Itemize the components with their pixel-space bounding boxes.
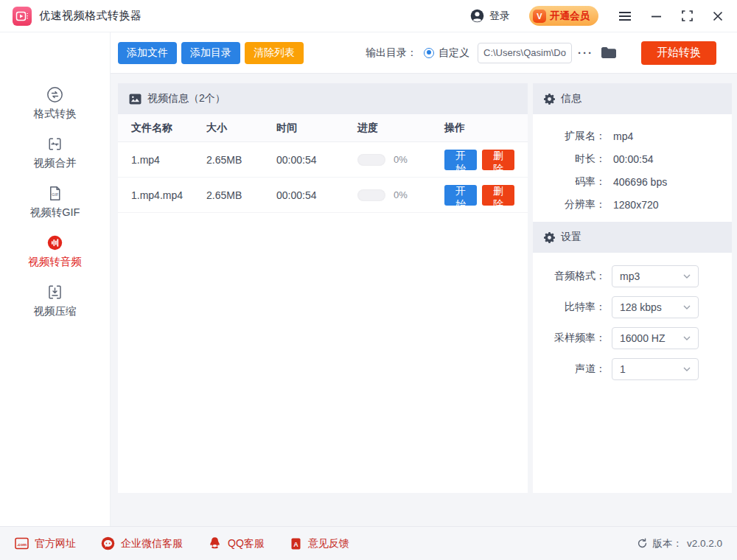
- row-delete-button[interactable]: 删除: [482, 150, 514, 170]
- custom-radio-label: 自定义: [439, 46, 469, 60]
- video-list-header: 视频信息（2个）: [118, 83, 528, 114]
- sidebar-item-label: 视频压缩: [34, 304, 77, 318]
- svg-text:.com: .com: [17, 542, 27, 547]
- main-area: 添加文件 添加目录 清除列表 输出目录： 自定义 ··· 开始转换: [111, 32, 737, 526]
- sidebar-item-video-merge[interactable]: 视频合并: [34, 133, 77, 170]
- titlebar-actions: 登录 V 开通会员: [470, 6, 724, 26]
- window-controls: [618, 10, 724, 23]
- settings-panel-header: 设置: [533, 222, 732, 253]
- wechat-service-link[interactable]: 企业微信客服: [101, 536, 183, 550]
- row-delete-button[interactable]: 删除: [482, 185, 514, 206]
- table-row[interactable]: 1.mp4 2.65MB 00:00:54 0% 开始 删除: [118, 142, 528, 178]
- setting-row: 采样频率： 16000 HZ: [533, 327, 732, 349]
- chevron-down-icon: [683, 274, 691, 279]
- user-icon: [470, 9, 484, 23]
- cell-progress: 0%: [357, 154, 444, 166]
- browse-more-button[interactable]: ···: [578, 46, 593, 59]
- open-vip-button[interactable]: V 开通会员: [529, 6, 598, 26]
- sidebar-item-video-to-audio[interactable]: 视频转音频: [28, 232, 82, 269]
- info-value: 406696 bps: [613, 176, 667, 188]
- col-time: 时间: [276, 122, 357, 135]
- col-progress: 进度: [357, 122, 444, 135]
- col-filename: 文件名称: [131, 122, 206, 135]
- svg-text:A: A: [293, 540, 298, 547]
- info-label: 码率：: [533, 175, 606, 189]
- app-window: 优速视频格式转换器 登录 V 开通会员: [0, 0, 737, 560]
- feedback-link[interactable]: A 意见反馈: [290, 537, 349, 550]
- info-row: 分辨率： 1280x720: [533, 193, 732, 216]
- sample-rate-select[interactable]: 16000 HZ: [612, 327, 699, 349]
- website-icon: .com: [15, 537, 29, 550]
- sidebar-item-label: 视频合并: [34, 156, 77, 170]
- vip-label: 开通会员: [550, 10, 590, 23]
- cell-size: 2.65MB: [206, 154, 276, 166]
- qq-service-link[interactable]: QQ客服: [208, 536, 265, 550]
- chevron-down-icon: [683, 305, 691, 309]
- vip-icon: V: [533, 10, 546, 23]
- setting-row: 比特率： 128 kbps: [533, 296, 732, 318]
- maximize-icon[interactable]: [680, 10, 694, 23]
- toolbar: 添加文件 添加目录 清除列表 输出目录： 自定义 ··· 开始转换: [111, 32, 737, 74]
- cell-filename: 1.mp4: [131, 154, 206, 166]
- add-file-button[interactable]: 添加文件: [118, 42, 177, 64]
- progress-percent: 0%: [394, 189, 408, 200]
- setting-label: 比特率：: [533, 301, 606, 314]
- video-merge-icon: [46, 133, 64, 154]
- audio-format-select[interactable]: mp3: [612, 265, 699, 287]
- cell-filename: 1.mp4.mp4: [131, 189, 206, 201]
- app-title: 优速视频格式转换器: [39, 9, 142, 23]
- channels-select[interactable]: 1: [612, 358, 699, 380]
- sidebar-item-video-compress[interactable]: 视频压缩: [34, 281, 77, 318]
- start-convert-button[interactable]: 开始转换: [641, 41, 716, 65]
- format-convert-icon: [46, 84, 64, 105]
- gif-file-icon: GIF: [46, 183, 64, 203]
- select-value: mp3: [620, 270, 640, 282]
- progress-bar: [357, 189, 385, 201]
- sidebar-item-format-convert[interactable]: 格式转换: [34, 84, 77, 121]
- version-label: 版本：: [652, 537, 682, 550]
- chevron-down-icon: [683, 336, 691, 340]
- cell-time: 00:00:54: [276, 154, 357, 166]
- video-list-title: 视频信息（2个）: [147, 92, 226, 105]
- setting-row: 音频格式： mp3: [533, 265, 732, 287]
- gear-icon: [544, 94, 555, 105]
- output-dir-group: 输出目录： 自定义 ··· 开始转换: [366, 41, 716, 65]
- custom-radio[interactable]: [424, 48, 434, 58]
- video-list-panel: 视频信息（2个） 文件名称 大小 时间 进度 操作 1.mp4 2.65MB 0…: [118, 83, 528, 493]
- output-path-input[interactable]: [478, 43, 572, 63]
- close-icon[interactable]: [711, 10, 724, 23]
- progress-percent: 0%: [394, 154, 408, 165]
- row-start-button[interactable]: 开始: [444, 185, 477, 206]
- info-value: 00:00:54: [613, 153, 654, 165]
- bitrate-select[interactable]: 128 kbps: [612, 296, 699, 318]
- clear-list-button[interactable]: 清除列表: [245, 42, 304, 64]
- row-start-button[interactable]: 开始: [444, 150, 477, 170]
- table-column-headers: 文件名称 大小 时间 进度 操作: [118, 114, 528, 142]
- gear-icon: [544, 232, 555, 243]
- right-panel: 信息 扩展名： mp4 时长： 00:00:54 码率：: [533, 83, 732, 493]
- footer-link-label: QQ客服: [228, 537, 265, 550]
- info-value: 1280x720: [613, 199, 659, 211]
- refresh-icon[interactable]: [637, 538, 648, 549]
- col-actions: 操作: [444, 122, 514, 135]
- select-value: 1: [620, 363, 626, 375]
- add-directory-button[interactable]: 添加目录: [181, 42, 240, 64]
- info-rows: 扩展名： mp4 时长： 00:00:54 码率： 406696 bps 分: [533, 114, 732, 222]
- official-website-link[interactable]: .com 官方网址: [15, 537, 76, 550]
- info-row: 扩展名： mp4: [533, 125, 732, 147]
- menu-icon[interactable]: [618, 10, 632, 23]
- settings-rows: 音频格式： mp3 比特率： 128 kbps: [533, 253, 732, 389]
- login-button[interactable]: 登录: [470, 9, 510, 23]
- table-row[interactable]: 1.mp4.mp4 2.65MB 00:00:54 0% 开始 删除: [118, 178, 528, 213]
- sidebar-item-label: 格式转换: [34, 107, 77, 121]
- footer-link-label: 官方网址: [35, 537, 76, 550]
- info-row: 时长： 00:00:54: [533, 147, 732, 170]
- body: 格式转换 视频合并 GIF: [0, 32, 737, 526]
- info-label: 扩展名：: [533, 130, 606, 143]
- qq-icon: [208, 536, 222, 550]
- info-panel-header: 信息: [533, 83, 732, 114]
- sidebar-item-video-to-gif[interactable]: GIF 视频转GIF: [30, 183, 80, 220]
- open-folder-icon[interactable]: [601, 46, 616, 59]
- minimize-icon[interactable]: [649, 10, 663, 23]
- cell-actions: 开始 删除: [444, 185, 514, 206]
